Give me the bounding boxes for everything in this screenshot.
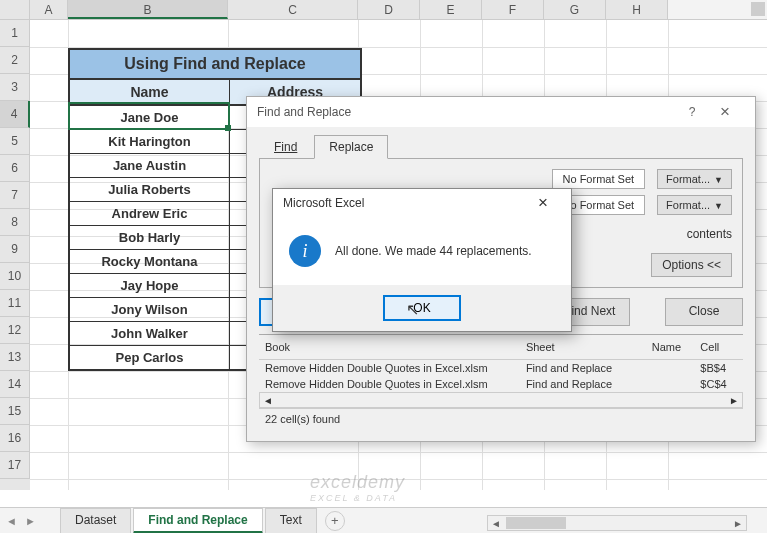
row-head-17[interactable]: 17: [0, 452, 30, 479]
row-head-4[interactable]: 4: [0, 101, 30, 128]
hscroll-right-icon[interactable]: ►: [730, 518, 746, 529]
scroll-right-icon[interactable]: ►: [726, 395, 742, 406]
row-head-1[interactable]: 1: [0, 20, 30, 47]
col-head-F[interactable]: F: [482, 0, 544, 19]
results-hdr-cell[interactable]: Cell: [694, 339, 743, 355]
cell-name[interactable]: Bob Harly: [70, 226, 230, 250]
replace-format-button[interactable]: Format...▼: [657, 195, 732, 215]
help-button[interactable]: ?: [679, 105, 705, 119]
add-sheet-button[interactable]: +: [325, 511, 345, 531]
row-head-12[interactable]: 12: [0, 317, 30, 344]
sheet-tab-dataset[interactable]: Dataset: [60, 508, 131, 534]
row-head-11[interactable]: 11: [0, 290, 30, 317]
cell-name[interactable]: Jane Doe: [70, 106, 230, 130]
row-head-15[interactable]: 15: [0, 398, 30, 425]
row-head-8[interactable]: 8: [0, 209, 30, 236]
cell-name[interactable]: John Walker: [70, 322, 230, 346]
alert-dialog: Microsoft Excel × i All done. We made 44…: [272, 188, 572, 332]
result-row[interactable]: Remove Hidden Double Quotes in Excel.xls…: [259, 376, 743, 392]
dialog-titlebar[interactable]: Find and Replace ? ×: [247, 97, 755, 127]
row-head-3[interactable]: 3: [0, 74, 30, 101]
sheet-tab-bar: ◄► DatasetFind and ReplaceText + ◄ ►: [0, 507, 767, 533]
cell-name[interactable]: Julia Roberts: [70, 178, 230, 202]
row-head-10[interactable]: 10: [0, 263, 30, 290]
find-format-preview: No Format Set: [552, 169, 646, 189]
col-head-B[interactable]: B: [68, 0, 228, 19]
cell-name[interactable]: Jay Hope: [70, 274, 230, 298]
row-head-14[interactable]: 14: [0, 371, 30, 398]
sheet-tab-find-and-replace[interactable]: Find and Replace: [133, 508, 262, 534]
vscroll-indicator[interactable]: [751, 2, 765, 16]
scroll-left-icon[interactable]: ◄: [260, 395, 276, 406]
alert-close-icon[interactable]: ×: [525, 193, 561, 213]
row-head-9[interactable]: 9: [0, 236, 30, 263]
row-head-5[interactable]: 5: [0, 128, 30, 155]
cell-name[interactable]: Jane Austin: [70, 154, 230, 178]
result-row[interactable]: Remove Hidden Double Quotes in Excel.xls…: [259, 360, 743, 376]
row-head-13[interactable]: 13: [0, 344, 30, 371]
close-button[interactable]: Close: [665, 298, 743, 326]
row-head-2[interactable]: 2: [0, 47, 30, 74]
alert-titlebar[interactable]: Microsoft Excel ×: [273, 189, 571, 217]
find-format-button[interactable]: Format...▼: [657, 169, 732, 189]
results-hdr-name[interactable]: Name: [646, 339, 695, 355]
dialog-title: Find and Replace: [257, 105, 351, 119]
hscroll-thumb[interactable]: [506, 517, 566, 529]
cell-name[interactable]: Jony Wilson: [70, 298, 230, 322]
col-head-H[interactable]: H: [606, 0, 668, 19]
alert-title: Microsoft Excel: [283, 196, 364, 210]
results-status: 22 cell(s) found: [259, 408, 743, 429]
tab-find[interactable]: Find: [259, 135, 312, 159]
col-head-C[interactable]: C: [228, 0, 358, 19]
select-all-corner[interactable]: [0, 0, 30, 19]
close-icon[interactable]: ×: [705, 102, 745, 122]
col-head-G[interactable]: G: [544, 0, 606, 19]
col-head-E[interactable]: E: [420, 0, 482, 19]
cell-name[interactable]: Kit Harington: [70, 130, 230, 154]
column-headers: ABCDEFGH: [0, 0, 767, 20]
col-head-D[interactable]: D: [358, 0, 420, 19]
cell-name[interactable]: Pep Carlos: [70, 346, 230, 369]
hscroll-left-icon[interactable]: ◄: [488, 518, 504, 529]
row-head-6[interactable]: 6: [0, 155, 30, 182]
col-head-A[interactable]: A: [30, 0, 68, 19]
col-name-header: Name: [70, 80, 230, 106]
cell-name[interactable]: Andrew Eric: [70, 202, 230, 226]
cell-name[interactable]: Rocky Montana: [70, 250, 230, 274]
contents-label: contents: [687, 227, 732, 241]
row-head-7[interactable]: 7: [0, 182, 30, 209]
row-headers: 1234567891011121314151617: [0, 20, 30, 490]
results-list[interactable]: Book Sheet Name Cell Remove Hidden Doubl…: [259, 334, 743, 408]
results-hscrollbar[interactable]: ◄ ►: [259, 392, 743, 408]
sheet-nav-arrows[interactable]: ◄►: [6, 515, 36, 527]
sheet-tab-text[interactable]: Text: [265, 508, 317, 534]
results-hdr-book[interactable]: Book: [259, 339, 520, 355]
alert-message: All done. We made 44 replacements.: [335, 244, 532, 258]
row-head-16[interactable]: 16: [0, 425, 30, 452]
tab-replace[interactable]: Replace: [314, 135, 388, 159]
table-title: Using Find and Replace: [70, 50, 360, 80]
info-icon: i: [289, 235, 321, 267]
horizontal-scrollbar[interactable]: ◄ ►: [487, 515, 747, 531]
ok-button[interactable]: OK: [383, 295, 460, 321]
options-button[interactable]: Options <<: [651, 253, 732, 277]
results-hdr-sheet[interactable]: Sheet: [520, 339, 646, 355]
